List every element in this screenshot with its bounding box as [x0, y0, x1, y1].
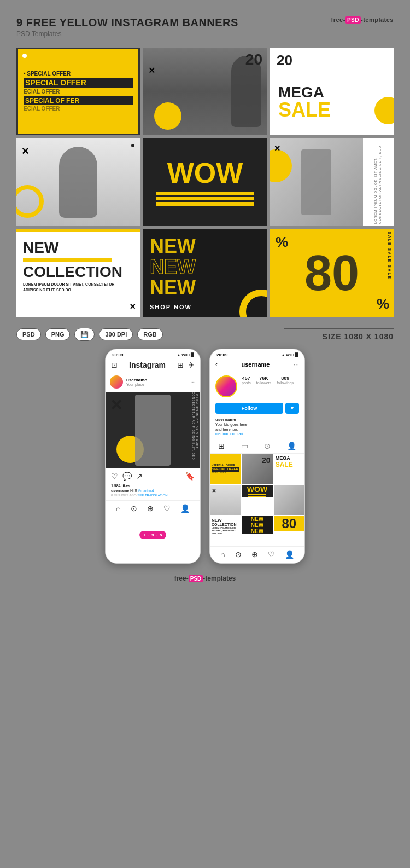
time-ago: 8 MINUTES AGO	[111, 494, 137, 497]
status-bar-2: 20:09 ▲ WiFi ▉	[210, 349, 304, 358]
home-icon[interactable]: ⌂	[116, 504, 120, 513]
page-subtitle: PSD Templates	[16, 30, 238, 38]
post-image: ✕ LOREM IPSUM DOLOR SIT AMET, CONSECTETU…	[106, 392, 200, 468]
plus-icon-2[interactable]: ⊕	[251, 550, 258, 559]
camera-icon[interactable]: ⊡	[111, 361, 118, 369]
page-title: 9 FREE YELLOW INSTAGRAM BANNERS	[16, 16, 238, 29]
x-mark: ×	[149, 64, 155, 77]
banner-grid-row1: • SPECIAL OFFER SPECIAL OFFER ECIAL OFFE…	[16, 48, 394, 135]
tab-save[interactable]: 👤	[287, 442, 296, 453]
back-arrow[interactable]: ‹	[215, 361, 218, 368]
yellow-line-2	[156, 197, 255, 200]
see-translation[interactable]: SEE TRANSLATION	[137, 494, 167, 497]
mini-wow-text: WOW	[247, 485, 267, 494]
bio-text-2: and here too.	[215, 427, 299, 432]
post-person	[135, 395, 171, 466]
banner-photo-x: 20 ×	[143, 48, 267, 135]
post-user-info: username Your place	[126, 378, 147, 386]
profile-grid: • SPECIAL OFFER SPECIAL OFFER ECIAL OFFE…	[210, 454, 304, 546]
stat-following: 809 followings	[277, 375, 294, 385]
mini-new-dark: NEWNEWNEW	[242, 516, 272, 534]
home-icon-2[interactable]: ⌂	[220, 550, 225, 559]
special-line-4: SPECIAL OF FER	[24, 96, 133, 105]
bookmark-icon[interactable]: 🔖	[185, 472, 195, 481]
mini-mega-sale: MEGA SALE	[274, 454, 304, 470]
profile-tabs: ⊞ ▭ ⊙ 👤	[210, 438, 304, 454]
new-text: NEW	[23, 240, 133, 256]
mini-sale-text: SALE	[276, 461, 293, 468]
side-text: LOREM IPSUM DOLOR SIT AMET, CONSECTETUR …	[363, 138, 394, 226]
special-line-2: SPECIAL OFFER	[24, 78, 133, 88]
three-dots[interactable]: ···	[294, 361, 299, 368]
share-icon[interactable]: ↗	[136, 472, 143, 481]
search-icon-2[interactable]: ⊙	[235, 550, 242, 559]
mini-special-offer: • SPECIAL OFFER SPECIAL OFFER ECIAL OFFE…	[210, 454, 241, 484]
mini-photo-1: 20	[242, 454, 272, 484]
plus-icon[interactable]: ⊕	[147, 504, 154, 513]
posts-num: 457	[242, 375, 250, 381]
heart-nav-icon[interactable]: ♡	[163, 504, 171, 513]
phone-nav-1: ⊡ Instagram ⊞ ✈	[106, 358, 200, 372]
notification-bubble: 1 · 9 · 5	[139, 531, 167, 539]
more-dots[interactable]: ···	[190, 378, 196, 386]
footer-logo: free-PSD-templates	[174, 575, 236, 582]
yellow-half-circle	[374, 97, 394, 124]
status-icons-1: ▲ WiFi ▉	[177, 353, 194, 357]
tab-grid[interactable]: ⊞	[218, 442, 225, 453]
phone-feed: 20:09 ▲ WiFi ▉ ⊡ Instagram ⊞ ✈ username …	[105, 349, 201, 564]
badge-save: 💾	[74, 328, 95, 341]
profile-icon-2[interactable]: 👤	[285, 550, 294, 559]
bio-text-1: Your bio goes here...	[215, 422, 299, 427]
following-label: followings	[277, 381, 294, 385]
search-icon[interactable]: ⊙	[131, 504, 137, 513]
badges-section: PSD PNG 💾 300 DPI RGB SIZE 1080 X 1080	[16, 328, 394, 341]
caption-username: username	[111, 489, 129, 493]
collection-text: COLLECTION	[23, 264, 133, 280]
mini-special-sm: ECIAL OFFER	[212, 472, 239, 474]
follow-button[interactable]: Follow	[215, 403, 283, 414]
collection-desc: LOREM IPSUM DOLOR SIT AMET, CONSECTETUR …	[23, 282, 133, 293]
post-likes: 1.984 likes	[106, 484, 200, 489]
dot-hat	[131, 144, 134, 147]
bottom-nav-1: ⌂ ⊙ ⊕ ♡ 👤	[106, 500, 200, 517]
phones-row: 20:09 ▲ WiFi ▉ ⊡ Instagram ⊞ ✈ username …	[16, 349, 394, 564]
post-actions: ♡ 💬 ↗ 🔖	[106, 468, 200, 484]
tv-icon[interactable]: ⊞	[177, 361, 184, 369]
dot-decoration	[22, 54, 27, 58]
profile-stats: 457 posts 76K followers 809 followings	[242, 375, 299, 385]
profile-right: 457 posts 76K followers 809 followings	[242, 375, 299, 397]
footer: free-PSD-templates	[16, 564, 394, 588]
follow-dropdown[interactable]: ▼	[285, 403, 299, 414]
mini-mega-text: MEGA	[276, 455, 290, 461]
tab-list[interactable]: ▭	[241, 442, 248, 453]
comment-icon[interactable]: 💬	[122, 472, 132, 481]
banner-new-collection: NEW COLLECTION LOREM IPSUM DOLOR SIT AME…	[16, 229, 140, 317]
mini-80-sale: 80	[274, 516, 304, 531]
banner-new-dark: NEW NEW NEW SHOP NOW	[143, 229, 267, 317]
bottom-nav-2: ⌂ ⊙ ⊕ ♡ 👤	[210, 546, 304, 563]
avatar-feed	[110, 375, 123, 389]
mini-num-20: 20	[262, 456, 271, 465]
mini-new: NEW	[212, 518, 239, 523]
bio-link[interactable]: marinad.com.ar/	[215, 432, 299, 436]
yellow-bar	[23, 258, 112, 262]
bio-name: username	[215, 417, 299, 422]
mini-80-text: 80	[282, 516, 296, 531]
post-side-text: LOREM IPSUM DOLOR SIT AMET, CONSECTETUR …	[190, 392, 200, 468]
badge-dpi: 300 DPI	[99, 328, 133, 340]
caption-tag: #marinad	[138, 489, 154, 493]
rotated-text: LOREM IPSUM DOLOR SIT AMET, CONSECTETUR …	[374, 141, 383, 224]
new-lines: NEW NEW NEW	[150, 236, 260, 298]
notif-dot-1: ·	[148, 533, 149, 537]
tab-tagged[interactable]: ⊙	[264, 442, 271, 453]
nav-right: ⊞ ✈	[177, 361, 195, 369]
banner-80-sale: % 80 % SALE SALE SALE	[270, 229, 394, 317]
big-80: 80	[304, 248, 359, 298]
heart-icon[interactable]: ♡	[111, 472, 118, 481]
sale-text: SALE	[278, 100, 385, 120]
posts-label: posts	[242, 381, 251, 385]
mega-text: MEGA	[278, 85, 385, 100]
heart-nav-icon-2[interactable]: ♡	[268, 550, 275, 559]
profile-icon[interactable]: 👤	[180, 504, 190, 513]
send-icon[interactable]: ✈	[188, 361, 195, 369]
